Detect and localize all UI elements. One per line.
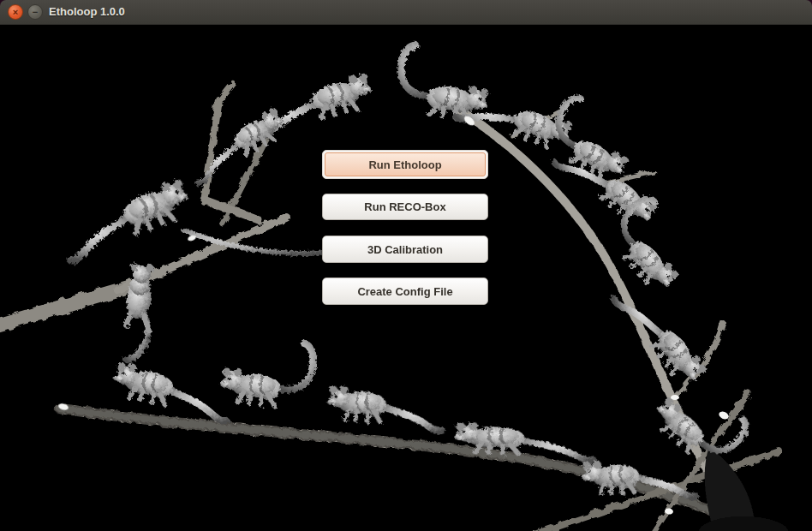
3d-calibration-button[interactable]: 3D Calibration — [322, 236, 488, 263]
titlebar: × − Etholoop 1.0.0 — [0, 0, 812, 25]
minimize-icon: − — [33, 7, 38, 16]
run-reco-box-button[interactable]: Run RECO-Box — [322, 194, 488, 220]
minimize-button[interactable]: − — [27, 4, 43, 20]
content-area: Run Etholoop Run RECO-Box 3D Calibration… — [0, 25, 812, 531]
create-config-file-label: Create Config File — [357, 285, 452, 298]
run-etholoop-button[interactable]: Run Etholoop — [322, 150, 488, 179]
main-menu: Run Etholoop Run RECO-Box 3D Calibration… — [322, 150, 488, 305]
3d-calibration-label: 3D Calibration — [367, 243, 443, 256]
close-icon: × — [13, 7, 18, 16]
close-button[interactable]: × — [8, 4, 23, 20]
window-title: Etholoop 1.0.0 — [49, 0, 125, 24]
app-window: × − Etholoop 1.0.0 — [0, 0, 812, 531]
run-etholoop-label: Run Etholoop — [368, 158, 441, 171]
run-reco-box-label: Run RECO-Box — [364, 200, 445, 213]
run-etholoop-focus-ring: Run Etholoop — [325, 152, 486, 176]
create-config-file-button[interactable]: Create Config File — [322, 277, 488, 305]
